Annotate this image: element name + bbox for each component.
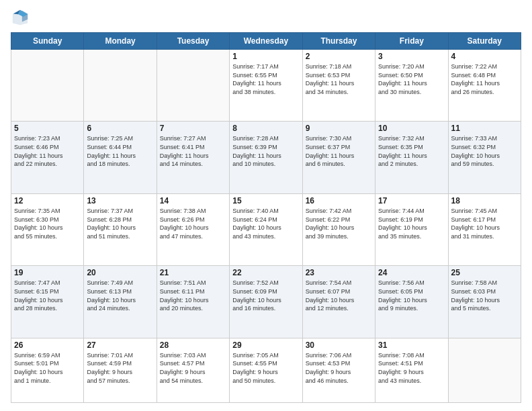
day-cell: 8Sunrise: 7:28 AM Sunset: 6:39 PM Daylig…	[230, 122, 302, 193]
day-cell: 4Sunrise: 7:22 AM Sunset: 6:48 PM Daylig…	[448, 50, 521, 122]
day-info: Sunrise: 7:23 AM Sunset: 6:46 PM Dayligh…	[14, 134, 81, 168]
day-cell: 2Sunrise: 7:18 AM Sunset: 6:53 PM Daylig…	[302, 50, 375, 122]
day-number: 2	[306, 52, 372, 61]
day-info: Sunrise: 7:58 AM Sunset: 6:03 PM Dayligh…	[451, 279, 518, 312]
day-number: 9	[306, 124, 372, 133]
day-info: Sunrise: 7:49 AM Sunset: 6:13 PM Dayligh…	[87, 279, 153, 312]
week-row-2: 12Sunrise: 7:35 AM Sunset: 6:30 PM Dayli…	[11, 193, 521, 265]
day-cell: 15Sunrise: 7:40 AM Sunset: 6:24 PM Dayli…	[230, 193, 302, 265]
day-number: 18	[451, 196, 518, 205]
weekday-header-row: SundayMondayTuesdayWednesdayThursdayFrid…	[11, 33, 521, 50]
day-info: Sunrise: 7:08 AM Sunset: 4:51 PM Dayligh…	[378, 351, 445, 385]
weekday-tuesday: Tuesday	[157, 33, 229, 50]
day-info: Sunrise: 7:40 AM Sunset: 6:24 PM Dayligh…	[232, 207, 299, 240]
weekday-sunday: Sunday	[11, 33, 84, 50]
day-number: 15	[232, 196, 299, 205]
day-number: 6	[87, 124, 153, 133]
week-row-4: 26Sunrise: 6:59 AM Sunset: 5:01 PM Dayli…	[11, 338, 521, 402]
day-number: 31	[378, 340, 445, 350]
day-cell: 17Sunrise: 7:44 AM Sunset: 6:19 PM Dayli…	[375, 193, 448, 265]
weekday-friday: Friday	[375, 33, 448, 50]
day-cell: 24Sunrise: 7:56 AM Sunset: 6:05 PM Dayli…	[375, 266, 448, 338]
day-number: 27	[87, 340, 153, 350]
day-info: Sunrise: 7:22 AM Sunset: 6:48 PM Dayligh…	[451, 62, 518, 96]
day-info: Sunrise: 7:27 AM Sunset: 6:41 PM Dayligh…	[160, 134, 226, 168]
day-number: 11	[451, 124, 518, 133]
weekday-saturday: Saturday	[448, 33, 521, 50]
logo-icon	[11, 8, 30, 27]
day-cell	[448, 338, 521, 402]
day-info: Sunrise: 7:56 AM Sunset: 6:05 PM Dayligh…	[378, 279, 445, 312]
day-info: Sunrise: 7:05 AM Sunset: 4:55 PM Dayligh…	[232, 351, 299, 385]
day-number: 8	[232, 124, 299, 133]
day-number: 28	[160, 340, 226, 350]
header	[11, 8, 521, 27]
day-number: 5	[14, 124, 81, 133]
week-row-0: 1Sunrise: 7:17 AM Sunset: 6:55 PM Daylig…	[11, 50, 521, 122]
day-info: Sunrise: 7:32 AM Sunset: 6:35 PM Dayligh…	[378, 134, 445, 168]
day-info: Sunrise: 7:51 AM Sunset: 6:11 PM Dayligh…	[160, 279, 226, 312]
day-info: Sunrise: 7:28 AM Sunset: 6:39 PM Dayligh…	[232, 134, 299, 168]
day-info: Sunrise: 6:59 AM Sunset: 5:01 PM Dayligh…	[14, 351, 81, 385]
day-cell	[84, 50, 157, 122]
day-cell: 23Sunrise: 7:54 AM Sunset: 6:07 PM Dayli…	[302, 266, 375, 338]
day-number: 4	[451, 52, 518, 61]
day-info: Sunrise: 7:01 AM Sunset: 4:59 PM Dayligh…	[87, 351, 153, 385]
day-number: 25	[451, 268, 518, 277]
day-cell: 6Sunrise: 7:25 AM Sunset: 6:44 PM Daylig…	[84, 122, 157, 193]
week-row-1: 5Sunrise: 7:23 AM Sunset: 6:46 PM Daylig…	[11, 122, 521, 193]
day-cell: 26Sunrise: 6:59 AM Sunset: 5:01 PM Dayli…	[11, 338, 84, 402]
day-info: Sunrise: 7:33 AM Sunset: 6:32 PM Dayligh…	[451, 134, 518, 168]
day-info: Sunrise: 7:47 AM Sunset: 6:15 PM Dayligh…	[14, 279, 81, 312]
day-cell: 9Sunrise: 7:30 AM Sunset: 6:37 PM Daylig…	[302, 122, 375, 193]
day-info: Sunrise: 7:06 AM Sunset: 4:53 PM Dayligh…	[306, 351, 372, 385]
day-number: 7	[160, 124, 226, 133]
day-info: Sunrise: 7:35 AM Sunset: 6:30 PM Dayligh…	[14, 207, 81, 240]
day-cell: 10Sunrise: 7:32 AM Sunset: 6:35 PM Dayli…	[375, 122, 448, 193]
day-number: 10	[378, 124, 445, 133]
day-number: 30	[306, 340, 372, 350]
day-cell: 18Sunrise: 7:45 AM Sunset: 6:17 PM Dayli…	[448, 193, 521, 265]
day-cell: 28Sunrise: 7:03 AM Sunset: 4:57 PM Dayli…	[157, 338, 229, 402]
day-cell: 16Sunrise: 7:42 AM Sunset: 6:22 PM Dayli…	[302, 193, 375, 265]
day-number: 29	[232, 340, 299, 350]
week-row-3: 19Sunrise: 7:47 AM Sunset: 6:15 PM Dayli…	[11, 266, 521, 338]
day-number: 23	[306, 268, 372, 277]
day-cell: 22Sunrise: 7:52 AM Sunset: 6:09 PM Dayli…	[230, 266, 302, 338]
day-number: 1	[232, 52, 299, 61]
day-cell	[157, 50, 229, 122]
day-cell: 20Sunrise: 7:49 AM Sunset: 6:13 PM Dayli…	[84, 266, 157, 338]
day-info: Sunrise: 7:30 AM Sunset: 6:37 PM Dayligh…	[306, 134, 372, 168]
day-cell: 3Sunrise: 7:20 AM Sunset: 6:50 PM Daylig…	[375, 50, 448, 122]
day-cell: 21Sunrise: 7:51 AM Sunset: 6:11 PM Dayli…	[157, 266, 229, 338]
day-info: Sunrise: 7:42 AM Sunset: 6:22 PM Dayligh…	[306, 207, 372, 240]
day-number: 20	[87, 268, 153, 277]
day-cell: 30Sunrise: 7:06 AM Sunset: 4:53 PM Dayli…	[302, 338, 375, 402]
day-number: 17	[378, 196, 445, 205]
day-cell: 13Sunrise: 7:37 AM Sunset: 6:28 PM Dayli…	[84, 193, 157, 265]
day-number: 21	[160, 268, 226, 277]
weekday-thursday: Thursday	[302, 33, 375, 50]
day-info: Sunrise: 7:03 AM Sunset: 4:57 PM Dayligh…	[160, 351, 226, 385]
day-info: Sunrise: 7:54 AM Sunset: 6:07 PM Dayligh…	[306, 279, 372, 312]
page: SundayMondayTuesdayWednesdayThursdayFrid…	[0, 0, 532, 411]
day-cell: 12Sunrise: 7:35 AM Sunset: 6:30 PM Dayli…	[11, 193, 84, 265]
weekday-monday: Monday	[84, 33, 157, 50]
day-number: 3	[378, 52, 445, 61]
day-cell	[11, 50, 84, 122]
day-info: Sunrise: 7:18 AM Sunset: 6:53 PM Dayligh…	[306, 62, 372, 96]
day-cell: 31Sunrise: 7:08 AM Sunset: 4:51 PM Dayli…	[375, 338, 448, 402]
day-cell: 19Sunrise: 7:47 AM Sunset: 6:15 PM Dayli…	[11, 266, 84, 338]
calendar-table: SundayMondayTuesdayWednesdayThursdayFrid…	[11, 32, 521, 403]
day-cell: 1Sunrise: 7:17 AM Sunset: 6:55 PM Daylig…	[230, 50, 302, 122]
day-number: 12	[14, 196, 81, 205]
day-cell: 29Sunrise: 7:05 AM Sunset: 4:55 PM Dayli…	[230, 338, 302, 402]
day-cell: 5Sunrise: 7:23 AM Sunset: 6:46 PM Daylig…	[11, 122, 84, 193]
day-info: Sunrise: 7:44 AM Sunset: 6:19 PM Dayligh…	[378, 207, 445, 240]
day-cell: 11Sunrise: 7:33 AM Sunset: 6:32 PM Dayli…	[448, 122, 521, 193]
day-info: Sunrise: 7:17 AM Sunset: 6:55 PM Dayligh…	[232, 62, 299, 96]
day-info: Sunrise: 7:25 AM Sunset: 6:44 PM Dayligh…	[87, 134, 153, 168]
day-number: 19	[14, 268, 81, 277]
day-number: 24	[378, 268, 445, 277]
day-number: 22	[232, 268, 299, 277]
